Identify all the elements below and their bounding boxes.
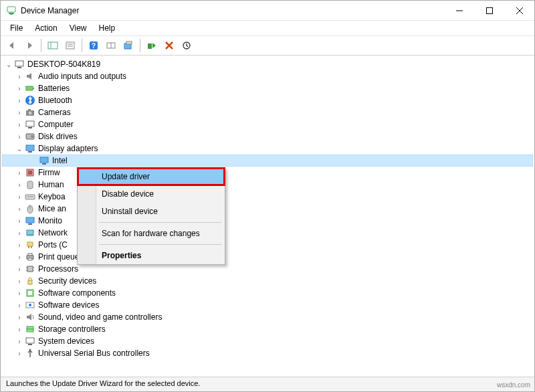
tree-node[interactable]: ›Bluetooth <box>2 94 533 106</box>
watermark: wsxdn.com <box>497 381 530 389</box>
status-bar: Launches the Update Driver Wizard for th… <box>1 377 534 391</box>
rescan-button[interactable] <box>179 38 195 53</box>
tree-node[interactable]: ›Software devices <box>2 299 533 311</box>
expander-icon[interactable]: › <box>15 253 23 261</box>
expander-icon[interactable]: › <box>15 96 23 104</box>
tree-node[interactable]: ›Audio inputs and outputs <box>2 70 533 82</box>
menu-help[interactable]: Help <box>94 22 121 34</box>
expander-icon[interactable]: › <box>15 84 23 92</box>
expander-icon[interactable]: ⌄ <box>15 144 23 153</box>
tree-label: Processors <box>38 264 78 274</box>
expander-icon[interactable]: › <box>15 301 23 309</box>
svg-rect-49 <box>27 242 33 246</box>
svg-rect-35 <box>28 151 32 153</box>
tree-label: Monito <box>38 216 62 225</box>
display-icon <box>39 155 49 166</box>
ctx-update-driver[interactable]: Update driver <box>78 168 225 185</box>
svg-point-33 <box>31 135 33 138</box>
tree-label: Network <box>38 228 68 237</box>
security-icon <box>25 276 35 286</box>
menu-action[interactable]: Action <box>29 22 62 34</box>
ctx-properties[interactable]: Properties <box>78 247 225 264</box>
expander-icon[interactable]: › <box>15 289 23 297</box>
window-title: Device Manager <box>21 6 444 15</box>
expander-icon[interactable]: › <box>15 169 23 177</box>
software-devices-icon <box>25 300 35 310</box>
expander-icon[interactable]: › <box>15 193 23 201</box>
expander-icon[interactable]: › <box>15 229 23 237</box>
tree-node-display-adapters[interactable]: ⌄Display adapters <box>2 142 533 155</box>
tree-label: Storage controllers <box>38 324 106 334</box>
uninstall-device-button[interactable] <box>161 38 177 53</box>
tree-node[interactable]: ›Universal Serial Bus controllers <box>2 347 533 359</box>
ctx-scan-hardware[interactable]: Scan for hardware changes <box>78 225 225 242</box>
svg-point-64 <box>29 304 31 306</box>
tree-label: Sound, video and game controllers <box>38 312 162 322</box>
expander-icon[interactable]: › <box>15 120 23 128</box>
show-hide-console-button[interactable] <box>45 38 61 53</box>
expander-icon[interactable]: › <box>15 217 23 225</box>
ctx-disable-device[interactable]: Disable device <box>78 185 225 203</box>
forward-button[interactable] <box>21 38 37 53</box>
expander-icon[interactable]: › <box>15 313 23 321</box>
svg-rect-7 <box>48 42 58 49</box>
menu-view[interactable]: View <box>64 22 92 34</box>
help-button[interactable]: ? <box>86 38 102 53</box>
expander-icon[interactable]: › <box>15 108 23 116</box>
svg-rect-62 <box>28 291 32 295</box>
tree-node[interactable]: ›Sound, video and game controllers <box>2 311 533 323</box>
app-icon <box>6 5 17 16</box>
svg-text:?: ? <box>92 42 96 50</box>
expander-icon[interactable]: › <box>15 349 23 357</box>
menu-bar: File Action View Help <box>1 21 534 36</box>
menu-file[interactable]: File <box>5 22 28 34</box>
tree-node[interactable]: ›Batteries <box>2 82 533 94</box>
expander-icon[interactable]: › <box>15 241 23 249</box>
expander-icon[interactable]: › <box>15 132 23 140</box>
expander-icon[interactable]: › <box>15 205 23 213</box>
camera-icon <box>25 107 35 118</box>
tree-node[interactable]: ›Security devices <box>2 275 533 287</box>
svg-rect-47 <box>27 230 33 235</box>
tree-node[interactable]: ›Disk drives <box>2 130 533 142</box>
usb-icon <box>25 348 35 359</box>
ctx-uninstall-device[interactable]: Uninstall device <box>78 203 225 220</box>
minimize-button[interactable] <box>444 1 474 21</box>
update-driver-button[interactable] <box>120 38 136 53</box>
maximize-button[interactable] <box>474 1 504 21</box>
expander-icon[interactable]: › <box>15 181 23 189</box>
tree-label: System devices <box>38 336 94 346</box>
svg-rect-9 <box>66 42 74 49</box>
toolbar-sep <box>140 39 140 52</box>
tree-label: Security devices <box>38 276 96 286</box>
close-button[interactable] <box>504 1 534 21</box>
tree-node[interactable]: ›Computer <box>2 118 533 130</box>
tree-node-display-child[interactable]: Intel <box>2 155 533 167</box>
svg-rect-22 <box>15 61 23 66</box>
expander-icon[interactable]: › <box>15 265 23 273</box>
tree-node[interactable]: ›Cameras <box>2 106 533 118</box>
expander-icon[interactable]: › <box>15 72 23 80</box>
tree-root[interactable]: ⌄ DESKTOP-504K819 <box>2 58 533 70</box>
tree-node[interactable]: ›Software components <box>2 287 533 299</box>
properties-button[interactable] <box>62 38 78 53</box>
tree-node[interactable]: ›Storage controllers <box>2 323 533 335</box>
expander-icon[interactable]: › <box>15 337 23 345</box>
svg-rect-36 <box>40 157 48 163</box>
tree-node[interactable]: ›System devices <box>2 335 533 347</box>
expander-icon[interactable]: › <box>15 277 23 285</box>
svg-rect-4 <box>486 7 492 13</box>
scan-hardware-button[interactable] <box>103 38 119 53</box>
svg-rect-67 <box>26 338 34 343</box>
svg-rect-0 <box>7 7 15 12</box>
svg-rect-30 <box>26 121 34 126</box>
tree-label: Cameras <box>38 108 71 117</box>
enable-device-button[interactable] <box>144 38 160 53</box>
network-icon <box>25 227 35 238</box>
expander-icon[interactable]: › <box>15 325 23 333</box>
titlebar: Device Manager <box>1 1 534 21</box>
expander-icon[interactable]: ⌄ <box>5 60 13 68</box>
back-button[interactable] <box>4 38 20 53</box>
toolbar: ? <box>1 36 534 56</box>
disk-icon <box>25 131 35 142</box>
